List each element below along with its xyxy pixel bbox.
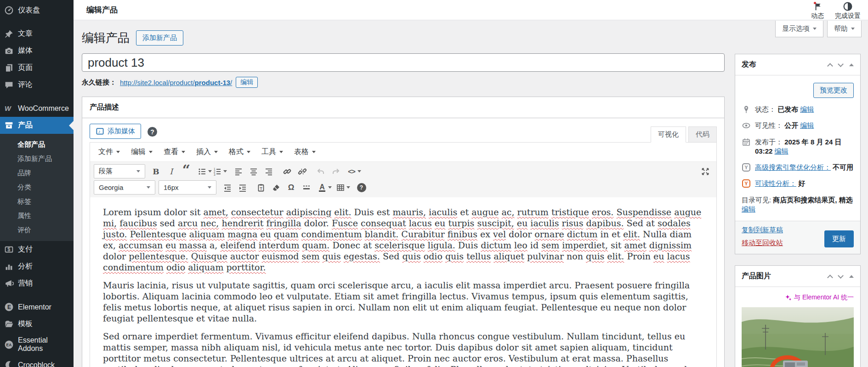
move-up-icon[interactable] bbox=[827, 275, 833, 281]
add-media-button[interactable]: ♪ 添加媒体 bbox=[90, 124, 141, 139]
tab-visual[interactable]: 可视化 bbox=[651, 126, 686, 143]
chevron-down-icon bbox=[147, 186, 150, 189]
screen-options-label: 显示选项 bbox=[782, 24, 810, 33]
align-left-button[interactable] bbox=[231, 165, 246, 178]
sidebar-item-dashboard[interactable]: 仪表盘 bbox=[0, 2, 74, 19]
preview-changes-button[interactable]: 预览更改 bbox=[813, 83, 854, 98]
publish-panel-title: 发布 bbox=[742, 60, 756, 69]
text-color-button[interactable]: A bbox=[317, 181, 332, 195]
flag-icon bbox=[812, 1, 823, 11]
sidebar-item-woocommerce[interactable]: WWooCommerce bbox=[0, 100, 74, 117]
product-description-panel: 产品描述 ♪ 添加媒体 ? 可视化 代码 文件编辑查看插入格式工具表格 段落BI… bbox=[82, 97, 725, 367]
sidebar-item-templates[interactable]: 模板 bbox=[0, 315, 74, 333]
blockquote-button[interactable]: “ bbox=[179, 165, 194, 178]
meta-text: 可读性分析： 好 bbox=[755, 179, 805, 188]
font-size-select[interactable]: 16px bbox=[159, 180, 216, 195]
align-center-button[interactable] bbox=[246, 165, 261, 178]
code-button[interactable]: <> bbox=[346, 165, 362, 178]
sidebar-item-products[interactable]: 产品 bbox=[0, 117, 74, 134]
submenu-item[interactable]: 属性 bbox=[0, 209, 74, 223]
indent-button[interactable] bbox=[235, 181, 250, 195]
copy-to-draft-link[interactable]: 复制到新草稿 bbox=[742, 226, 783, 235]
submenu-item[interactable]: 全部产品 bbox=[0, 138, 74, 152]
chevron-down-icon bbox=[279, 151, 283, 153]
submenu-item[interactable]: 品牌 bbox=[0, 166, 74, 180]
finish-setup-button[interactable]: 完成设置 bbox=[835, 1, 861, 19]
edit-link[interactable]: 编辑 bbox=[775, 147, 789, 155]
editor-menu-table[interactable]: 表格 bbox=[289, 144, 320, 160]
fullscreen-button[interactable] bbox=[698, 165, 713, 178]
analysis-link[interactable]: 高级搜索引擎优化分析： bbox=[755, 163, 831, 171]
table-button[interactable] bbox=[335, 181, 351, 195]
submenu-item[interactable]: 分类 bbox=[0, 180, 74, 195]
sidebar-item-comments[interactable]: 评论 bbox=[0, 76, 74, 93]
sidebar-item-analytics[interactable]: 分析 bbox=[0, 258, 74, 275]
edit-link[interactable]: 编辑 bbox=[800, 105, 814, 113]
editor-help-button[interactable]: ? bbox=[354, 181, 369, 195]
redo-button[interactable] bbox=[328, 165, 343, 178]
meta-text: 高级搜索引擎优化分析： 不可用 bbox=[755, 163, 853, 172]
sidebar-item-pages[interactable]: 页面 bbox=[0, 59, 74, 76]
elementor-ai-label: 与 Elementor AI 统一 bbox=[794, 293, 854, 302]
product-title-input[interactable] bbox=[82, 53, 725, 72]
move-down-icon[interactable] bbox=[838, 61, 844, 67]
submenu-item[interactable]: 评价 bbox=[0, 223, 74, 237]
editor-menu-format[interactable]: 格式 bbox=[224, 144, 255, 160]
move-to-trash-link[interactable]: 移动至回收站 bbox=[742, 239, 783, 247]
product-image[interactable] bbox=[742, 307, 854, 367]
wp-admin-edit-product-page: { "colors": { "accent": "#2271b1", "menu… bbox=[0, 0, 868, 367]
move-up-icon[interactable] bbox=[827, 63, 833, 69]
toggle-panel-icon[interactable] bbox=[849, 63, 854, 66]
screen-options-tab[interactable]: 显示选项 bbox=[775, 21, 823, 37]
finish-setup-label: 完成设置 bbox=[835, 12, 861, 19]
bullet-list-button[interactable] bbox=[197, 165, 212, 178]
edit-link[interactable]: 编辑 bbox=[742, 205, 755, 213]
italic-button[interactable]: I bbox=[164, 165, 179, 178]
font-family-select[interactable]: Georgia bbox=[94, 180, 155, 195]
outdent-button[interactable] bbox=[220, 181, 235, 195]
editor-menu-tools[interactable]: 工具 bbox=[257, 144, 288, 160]
undo-button[interactable] bbox=[313, 165, 328, 178]
sidebar-item-payments[interactable]: $支付 bbox=[0, 241, 74, 258]
submenu-item[interactable]: 添加新产品 bbox=[0, 152, 74, 166]
link-button[interactable] bbox=[279, 165, 295, 178]
bold-button[interactable]: B bbox=[148, 165, 164, 178]
editor-menu-edit[interactable]: 编辑 bbox=[126, 144, 157, 160]
paragraph-format-select[interactable]: 段落 bbox=[94, 164, 145, 178]
sidebar-item-posts[interactable]: 文章 bbox=[0, 25, 74, 42]
edit-link[interactable]: 编辑 bbox=[800, 121, 814, 129]
paste-button[interactable]: T bbox=[253, 181, 268, 195]
sidebar-item-crocoblock[interactable]: Crocoblock bbox=[0, 356, 74, 367]
help-tab[interactable]: 帮助 bbox=[827, 21, 862, 37]
sidebar-item-essential-addons[interactable]: EAEssential Addons bbox=[0, 333, 74, 356]
numbered-list-button[interactable]: 123 bbox=[212, 165, 227, 178]
add-new-product-button[interactable]: 添加新产品 bbox=[136, 30, 183, 46]
activity-button[interactable]: 动态 bbox=[811, 1, 824, 19]
sidebar-item-marketing[interactable]: 营销 bbox=[0, 275, 74, 292]
elementor-ai-link[interactable]: 与 Elementor AI 统一 bbox=[742, 293, 854, 302]
omega-button[interactable]: Ω bbox=[284, 181, 299, 195]
edit-permalink-button[interactable]: 编辑 bbox=[236, 77, 258, 88]
align-right-button[interactable] bbox=[261, 165, 276, 178]
products-submenu: 全部产品添加新产品品牌分类标签属性评价 bbox=[0, 134, 74, 241]
unlink-button[interactable] bbox=[295, 165, 310, 178]
tab-code[interactable]: 代码 bbox=[688, 126, 717, 143]
sidebar-item-elementor[interactable]: EElementor bbox=[0, 298, 74, 315]
move-down-icon[interactable] bbox=[838, 273, 844, 279]
editor-menu-insert[interactable]: 插入 bbox=[192, 144, 222, 160]
submenu-item[interactable]: 标签 bbox=[0, 195, 74, 209]
screen-meta-tabs: 显示选项 帮助 bbox=[775, 21, 862, 37]
sidebar-item-media[interactable]: 媒体 bbox=[0, 42, 74, 59]
editor-help-icon[interactable]: ? bbox=[148, 127, 157, 137]
editor-content-area[interactable]: Lorem ipsum dolor sit amet, consectetur … bbox=[90, 197, 716, 367]
toggle-panel-icon[interactable] bbox=[849, 275, 854, 278]
hr-button[interactable] bbox=[299, 181, 314, 195]
update-button[interactable]: 更新 bbox=[824, 230, 854, 247]
eraser-button[interactable] bbox=[268, 181, 284, 195]
page-header: 编辑产品 添加新产品 bbox=[82, 29, 725, 47]
editor-menu-view[interactable]: 查看 bbox=[159, 144, 190, 160]
analysis-link[interactable]: 可读性分析： bbox=[755, 179, 796, 187]
permalink-url[interactable]: http://site2.local/product/product-13/ bbox=[120, 79, 232, 86]
align-center-icon bbox=[249, 167, 258, 176]
editor-menu-file[interactable]: 文件 bbox=[94, 144, 125, 160]
